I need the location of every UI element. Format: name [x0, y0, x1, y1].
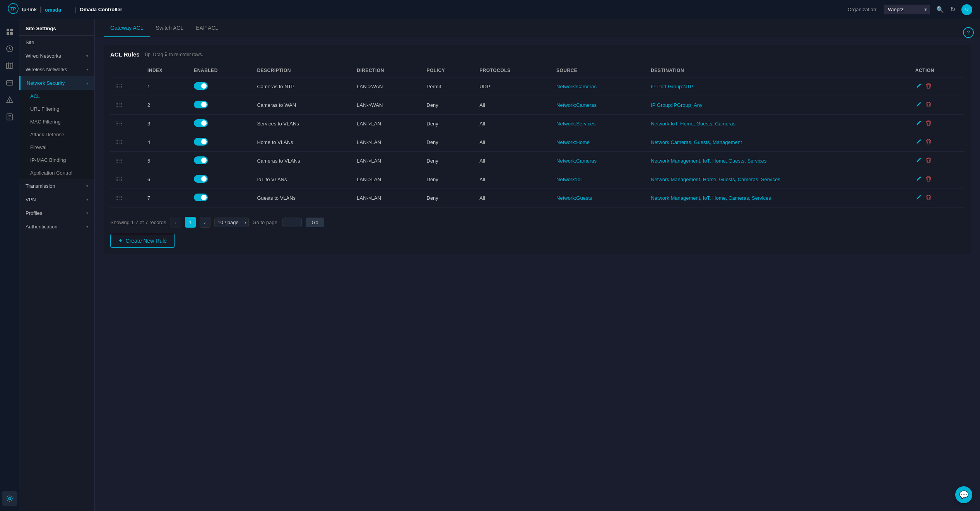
description-cell: Cameras to VLANs	[252, 152, 352, 170]
nav-alerts[interactable]	[2, 92, 17, 108]
nav-devices[interactable]	[2, 75, 17, 91]
drag-handle[interactable]: ⠿⠿	[115, 177, 123, 183]
nav-dashboard[interactable]	[2, 24, 17, 39]
sidebar-sub-firewall[interactable]: Firewall	[19, 141, 94, 154]
svg-marker-8	[7, 63, 13, 69]
tab-gateway-acl[interactable]: Gateway ACL	[104, 19, 150, 37]
sidebar-item-wired[interactable]: Wired Networks ▾	[19, 49, 94, 63]
edit-icon[interactable]	[915, 101, 922, 109]
drag-handle[interactable]: ⠿⠿	[115, 195, 123, 201]
edit-icon[interactable]	[915, 139, 922, 146]
source-link[interactable]: Network:Guests	[556, 195, 592, 201]
destination-link[interactable]: Network:Management, IoT, Home, Cameras, …	[651, 195, 771, 201]
sidebar-sub-acl[interactable]: ACL	[19, 90, 94, 103]
org-select-wrap[interactable]: Wieprz	[884, 5, 930, 14]
sidebar-item-site[interactable]: Site	[19, 36, 94, 49]
protocols-cell: All	[475, 189, 552, 207]
goto-btn[interactable]: Go	[306, 218, 324, 227]
drag-handle[interactable]: ⠿⠿	[115, 84, 123, 90]
sidebar-sub-url[interactable]: URL Filtering	[19, 103, 94, 115]
page-1-btn[interactable]: 1	[185, 217, 196, 228]
prev-page-btn[interactable]: ‹	[170, 217, 181, 228]
toggle-switch[interactable]	[194, 119, 208, 127]
toggle-switch[interactable]	[194, 101, 208, 108]
drag-handle[interactable]: ⠿⠿	[115, 158, 123, 164]
source-link[interactable]: Network:Cameras	[556, 158, 597, 164]
sidebar-item-netsec[interactable]: Network Security ▴	[19, 76, 94, 90]
source-link[interactable]: Network:Cameras	[556, 84, 597, 89]
delete-icon[interactable]	[925, 120, 932, 128]
svg-rect-11	[7, 81, 13, 85]
action-cell	[911, 77, 965, 96]
delete-icon[interactable]	[925, 176, 932, 183]
drag-handle[interactable]: ⠿⠿	[115, 121, 123, 127]
destination-link[interactable]: IP-Port Group:NTP	[651, 84, 693, 89]
nav-stats[interactable]	[2, 41, 17, 57]
destination-link[interactable]: Network:Cameras, Guests, Management	[651, 139, 742, 145]
svg-rect-3	[7, 29, 9, 31]
per-page-wrap[interactable]: 10 / page 20 / page 50 / page	[214, 218, 249, 227]
destination-link[interactable]: Network:Management, Home, Guests, Camera…	[651, 177, 780, 182]
nav-map[interactable]	[2, 58, 17, 74]
edit-icon[interactable]	[915, 157, 922, 165]
sidebar-item-auth[interactable]: Authentication ▾	[19, 220, 94, 233]
protocols-cell: UDP	[475, 77, 552, 96]
create-rule-btn[interactable]: + Create New Rule	[110, 234, 175, 248]
search-icon[interactable]: 🔍	[936, 6, 944, 13]
refresh-icon[interactable]: ↻	[950, 6, 955, 13]
toggle-switch[interactable]	[194, 194, 208, 201]
sidebar-item-transmission[interactable]: Transmission ▾	[19, 179, 94, 193]
delete-icon[interactable]	[925, 194, 932, 202]
source-cell: Network:IoT	[552, 170, 646, 189]
source-link[interactable]: Network:Services	[556, 121, 595, 127]
col-policy: POLICY	[422, 64, 475, 77]
help-icon[interactable]: ?	[963, 27, 974, 38]
toggle-slider	[194, 138, 208, 146]
delete-icon[interactable]	[925, 157, 932, 165]
acl-table-body: ⠿⠿ 1 Cameras to NTP LAN->WAN Permit UDP …	[110, 77, 965, 207]
col-direction: DIRECTION	[352, 64, 422, 77]
delete-icon[interactable]	[925, 139, 932, 146]
direction-cell: LAN->LAN	[352, 133, 422, 152]
destination-link[interactable]: Network:Management, IoT, Home, Guests, S…	[651, 158, 766, 164]
sidebar-sub-appcontrol[interactable]: Application Control	[19, 166, 94, 179]
sidebar-item-wireless[interactable]: Wireless Networks ▾	[19, 63, 94, 76]
create-rule-plus-icon: +	[118, 237, 123, 244]
protocols-cell: All	[475, 115, 552, 133]
action-cell	[911, 115, 965, 133]
toggle-switch[interactable]	[194, 156, 208, 164]
chat-fab[interactable]: 💬	[955, 486, 972, 503]
source-link[interactable]: Network:Cameras	[556, 102, 597, 108]
delete-icon[interactable]	[925, 101, 932, 109]
nav-logs[interactable]	[2, 109, 17, 125]
edit-icon[interactable]	[915, 120, 922, 128]
source-link[interactable]: Network:Home	[556, 139, 590, 145]
nav-settings[interactable]	[2, 491, 17, 506]
sidebar-item-profiles[interactable]: Profiles ▾	[19, 206, 94, 220]
tab-eap-acl[interactable]: EAP ACL	[190, 19, 224, 37]
policy-cell: Deny	[422, 170, 475, 189]
toggle-switch[interactable]	[194, 138, 208, 146]
sidebar-sub-attack[interactable]: Attack Defense	[19, 128, 94, 141]
destination-link[interactable]: IP Group:IPGroup_Any	[651, 102, 702, 108]
delete-icon[interactable]	[925, 83, 932, 91]
sidebar-sub-ipmac[interactable]: IP-MAC Binding	[19, 154, 94, 166]
enabled-cell	[189, 77, 252, 96]
edit-icon[interactable]	[915, 194, 922, 202]
edit-icon[interactable]	[915, 176, 922, 183]
tab-switch-acl[interactable]: Switch ACL	[150, 19, 190, 37]
goto-input[interactable]	[282, 218, 302, 227]
per-page-select[interactable]: 10 / page 20 / page 50 / page	[214, 218, 249, 227]
user-avatar[interactable]: U	[961, 4, 972, 15]
next-page-btn[interactable]: ›	[200, 217, 210, 228]
sidebar-item-vpn[interactable]: VPN ▾	[19, 193, 94, 206]
source-link[interactable]: Network:IoT	[556, 177, 583, 182]
destination-link[interactable]: Network:IoT, Home, Guests, Cameras	[651, 121, 735, 127]
drag-handle[interactable]: ⠿⠿	[115, 102, 123, 108]
org-select[interactable]: Wieprz	[884, 5, 930, 14]
edit-icon[interactable]	[915, 83, 922, 91]
sidebar-sub-mac[interactable]: MAC Filtering	[19, 115, 94, 128]
toggle-switch[interactable]	[194, 175, 208, 183]
drag-handle[interactable]: ⠿⠿	[115, 139, 123, 146]
toggle-switch[interactable]	[194, 82, 208, 90]
